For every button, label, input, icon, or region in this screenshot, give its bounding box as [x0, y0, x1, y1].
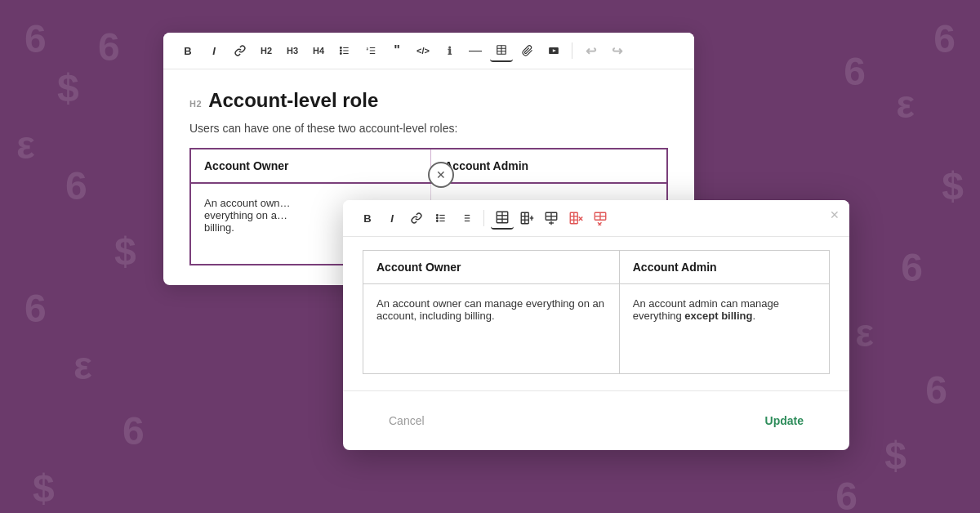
h2-btn-back[interactable]: H2: [255, 39, 278, 62]
video-btn-back[interactable]: [542, 39, 565, 62]
close-icon: ✕: [436, 168, 446, 181]
bullet-btn-back[interactable]: [333, 39, 356, 62]
dialog-table-row: An account owner can manage everything o…: [363, 284, 830, 374]
code-btn-back[interactable]: </>: [412, 39, 434, 62]
dialog-italic-btn[interactable]: I: [381, 207, 403, 230]
h3-btn-back[interactable]: H3: [281, 39, 304, 62]
dialog-close-btn[interactable]: ✕: [830, 208, 840, 221]
dialog-col-admin: Account Admin: [619, 251, 829, 284]
back-toolbar: B I H2 H3 H4 " </> ℹ — ↩ ↪: [163, 33, 694, 69]
update-button[interactable]: Update: [752, 408, 817, 434]
dialog-table: Account Owner Account Admin An account o…: [363, 250, 830, 374]
table-icon-full[interactable]: [491, 207, 514, 230]
table-icon-add-row[interactable]: [540, 207, 563, 230]
subtitle-text: Users can have one of these two account-…: [189, 122, 668, 135]
dialog-admin-cell: An account admin can manage everything e…: [619, 284, 829, 374]
page-title: Account-level role: [208, 89, 378, 112]
table-icon-del-row[interactable]: [589, 207, 612, 230]
dialog-col-owner: Account Owner: [363, 251, 620, 284]
table-icon-add-col[interactable]: [515, 207, 538, 230]
svg-point-20: [436, 217, 438, 219]
dialog-toolbar: B I: [343, 200, 849, 237]
italic-btn-back[interactable]: I: [203, 39, 225, 62]
h4-btn-back[interactable]: H4: [307, 39, 330, 62]
blockquote-btn-back[interactable]: ": [385, 39, 408, 62]
divider-btn-back[interactable]: —: [464, 39, 487, 62]
cancel-button[interactable]: Cancel: [376, 408, 438, 434]
svg-point-21: [436, 221, 438, 222]
close-overlay-btn[interactable]: ✕: [428, 162, 454, 188]
table-btn-back[interactable]: [490, 39, 513, 62]
redo-btn-back[interactable]: ↪: [605, 39, 628, 62]
dialog-table-area: Account Owner Account Admin An account o…: [343, 237, 849, 374]
col-admin-header: Account Admin: [431, 149, 667, 183]
ordered-btn-back[interactable]: [359, 39, 382, 62]
undo-btn-back[interactable]: ↩: [579, 39, 602, 62]
col-owner-header: Account Owner: [190, 149, 431, 183]
bold-btn-back[interactable]: B: [176, 39, 199, 62]
attachment-btn-back[interactable]: [516, 39, 539, 62]
dialog-owner-cell: An account owner can manage everything o…: [363, 284, 620, 374]
dialog-footer: Cancel Update: [343, 390, 849, 450]
h2-label: H2: [189, 99, 202, 109]
link-btn-back[interactable]: [229, 39, 252, 62]
dialog-bullet-btn[interactable]: [430, 207, 452, 230]
table-edit-dialog: ✕ B I: [343, 200, 849, 450]
svg-point-5: [340, 53, 341, 55]
dialog-link-btn[interactable]: [405, 207, 428, 230]
dialog-ordered-btn[interactable]: [454, 207, 477, 230]
svg-point-4: [340, 50, 341, 51]
dialog-bold-btn[interactable]: B: [356, 207, 379, 230]
svg-point-3: [340, 47, 341, 49]
svg-point-19: [436, 215, 438, 216]
table-icon-del-col[interactable]: [564, 207, 587, 230]
info-btn-back[interactable]: ℹ: [438, 39, 461, 62]
